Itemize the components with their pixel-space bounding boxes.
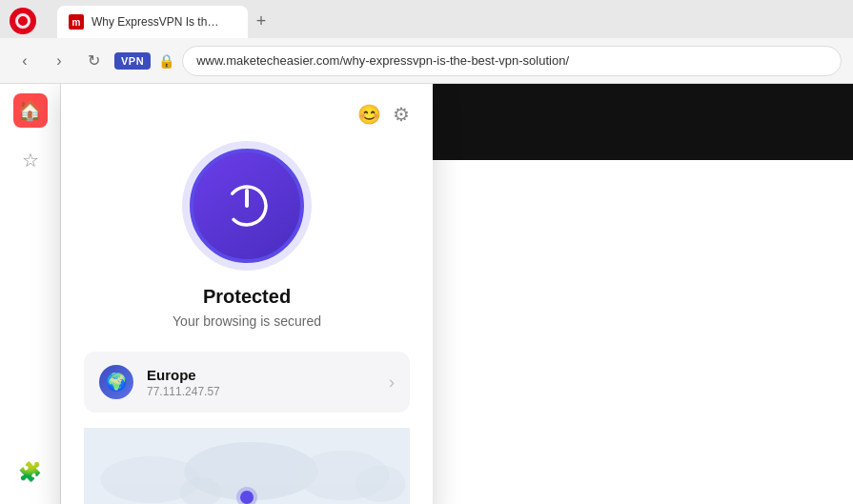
- map-area: [84, 428, 410, 504]
- active-tab[interactable]: m Why ExpressVPN Is the Be...: [57, 6, 248, 38]
- url-text: www.maketecheasier.com/why-expressvpn-is…: [196, 53, 569, 68]
- favicon-letter: m: [72, 17, 81, 28]
- sidebar-home-icon[interactable]: 🏠: [13, 93, 48, 128]
- reload-button[interactable]: ↻: [80, 48, 107, 74]
- sidebar: 🏠 ☆ 🧩: [0, 84, 61, 504]
- protected-status-text: Protected: [203, 286, 291, 308]
- emoji-icon[interactable]: 😊: [357, 103, 381, 126]
- location-ip: 77.111.247.57: [147, 385, 376, 398]
- settings-icon[interactable]: ⚙: [393, 103, 410, 126]
- forward-button[interactable]: ›: [46, 48, 72, 74]
- chevron-right-icon: ›: [389, 373, 395, 393]
- home-icon-label: 🏠: [18, 99, 42, 122]
- tab-favicon: m: [69, 14, 84, 30]
- vpn-popup: 😊 ⚙ Protected Your browsing is secured 🌍…: [61, 84, 433, 504]
- power-icon-svg: [222, 181, 272, 231]
- location-info: Europe 77.111.247.57: [147, 367, 376, 398]
- lock-icon: 🔒: [158, 53, 174, 69]
- extensions-icon-label: 🧩: [18, 460, 42, 483]
- sidebar-extensions-icon[interactable]: 🧩: [13, 454, 48, 489]
- new-tab-button[interactable]: +: [248, 8, 274, 34]
- svg-point-5: [355, 465, 406, 502]
- vpn-power-button[interactable]: [190, 149, 304, 263]
- secured-sub-text: Your browsing is secured: [173, 313, 321, 329]
- back-button[interactable]: ‹: [11, 48, 38, 74]
- opera-logo[interactable]: [10, 8, 36, 34]
- main-area: 🏠 ☆ 🧩 > Lifestyle > Productivity Why: [0, 84, 853, 504]
- opera-inner-circle: [15, 13, 30, 29]
- sidebar-bookmarks-icon[interactable]: ☆: [13, 143, 48, 177]
- tab-title: Why ExpressVPN Is the Be...: [91, 15, 225, 29]
- map-location-dot: [240, 491, 254, 504]
- bookmark-icon-label: ☆: [22, 149, 39, 171]
- vpn-badge[interactable]: VPN: [114, 52, 151, 70]
- globe-icon: 🌍: [99, 365, 133, 399]
- location-row[interactable]: 🌍 Europe 77.111.247.57 ›: [84, 352, 410, 413]
- browser-frame: m Why ExpressVPN Is the Be... + ‹ › ↻ VP…: [0, 0, 853, 504]
- address-bar: ‹ › ↻ VPN 🔒 www.maketecheasier.com/why-e…: [0, 38, 853, 84]
- tab-bar: m Why ExpressVPN Is the Be... +: [0, 0, 853, 38]
- location-name: Europe: [147, 367, 376, 383]
- popup-header: 😊 ⚙: [84, 103, 410, 126]
- url-bar[interactable]: www.maketecheasier.com/why-expressvpn-is…: [182, 46, 842, 76]
